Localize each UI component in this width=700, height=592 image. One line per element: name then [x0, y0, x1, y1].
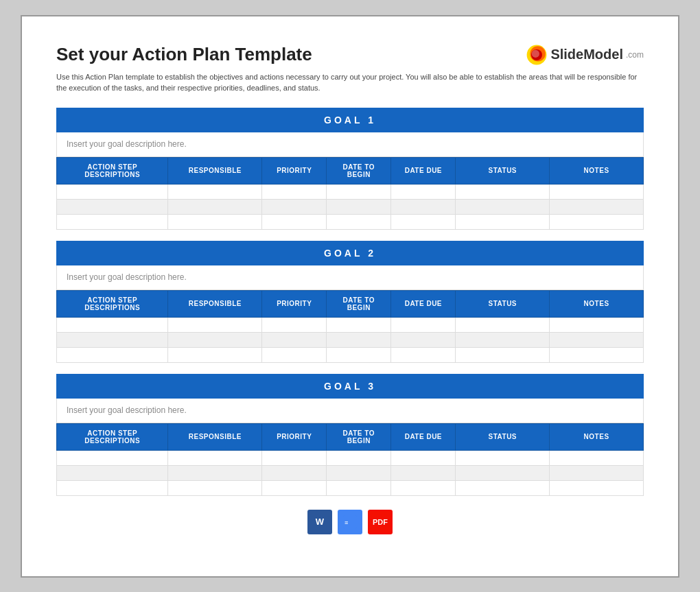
col-header-4: DATE DUE [391, 290, 456, 317]
table-row [57, 450, 644, 465]
col-header-0: ACTION STEPDESCRIPTIONS [57, 423, 168, 450]
action-table-2: ACTION STEPDESCRIPTIONSRESPONSIBLEPRIORI… [56, 290, 644, 363]
page: Set your Action Plan Template SlideModel… [21, 15, 679, 578]
table-row [57, 199, 644, 214]
goal-description-2: Insert your goal description here. [56, 265, 644, 290]
goal-description-1: Insert your goal description here. [56, 132, 644, 157]
table-row [57, 332, 644, 347]
col-header-6: NOTES [550, 290, 644, 317]
col-header-1: RESPONSIBLE [168, 423, 262, 450]
col-header-5: STATUS [456, 423, 550, 450]
logo-text: SlideModel [550, 47, 623, 62]
goal-section-1: GOAL 1Insert your goal description here.… [56, 108, 644, 230]
doc-svg: ≡ [343, 515, 357, 529]
page-title: Set your Action Plan Template [56, 44, 312, 65]
col-header-2: PRIORITY [262, 423, 327, 450]
col-header-3: DATE TOBEGIN [327, 157, 391, 184]
col-header-2: PRIORITY [262, 290, 327, 317]
action-table-3: ACTION STEPDESCRIPTIONSRESPONSIBLEPRIORI… [56, 423, 644, 496]
col-header-1: RESPONSIBLE [168, 290, 262, 317]
goal-description-3: Insert your goal description here. [56, 399, 644, 423]
table-row [57, 214, 644, 229]
table-row [57, 480, 644, 495]
goal-header-1: GOAL 1 [56, 108, 644, 132]
goal-header-3: GOAL 3 [56, 374, 644, 399]
logo-com: .com [626, 50, 644, 60]
col-header-4: DATE DUE [391, 423, 456, 450]
table-row [57, 317, 644, 332]
col-header-0: ACTION STEPDESCRIPTIONS [57, 157, 168, 184]
table-row [57, 347, 644, 362]
goal-section-2: GOAL 2Insert your goal description here.… [56, 241, 644, 363]
col-header-5: STATUS [456, 157, 550, 184]
col-header-6: NOTES [550, 157, 644, 184]
svg-text:≡: ≡ [345, 519, 348, 526]
table-row [57, 465, 644, 480]
svg-point-3 [532, 49, 539, 57]
goals-container: GOAL 1Insert your goal description here.… [56, 108, 644, 496]
footer-icons: W ≡ PDF [56, 510, 644, 534]
word-icon[interactable]: W [307, 510, 332, 534]
doc-icon[interactable]: ≡ [338, 510, 362, 534]
pdf-icon[interactable]: PDF [368, 510, 393, 534]
goal-header-2: GOAL 2 [56, 241, 644, 265]
table-row [57, 184, 644, 199]
header: Set your Action Plan Template SlideModel… [56, 44, 644, 66]
action-table-1: ACTION STEPDESCRIPTIONSRESPONSIBLEPRIORI… [56, 157, 644, 230]
goal-section-3: GOAL 3Insert your goal description here.… [56, 374, 644, 496]
logo: SlideModel.com [526, 44, 644, 66]
col-header-5: STATUS [456, 290, 550, 317]
col-header-4: DATE DUE [391, 157, 456, 184]
description-text: Use this Action Plan template to establi… [56, 71, 644, 94]
slidemodel-logo-icon [526, 44, 548, 66]
col-header-3: DATE TOBEGIN [327, 290, 391, 317]
col-header-6: NOTES [550, 423, 644, 450]
col-header-2: PRIORITY [262, 157, 327, 184]
col-header-1: RESPONSIBLE [168, 157, 262, 184]
col-header-0: ACTION STEPDESCRIPTIONS [57, 290, 168, 317]
col-header-3: DATE TOBEGIN [327, 423, 391, 450]
